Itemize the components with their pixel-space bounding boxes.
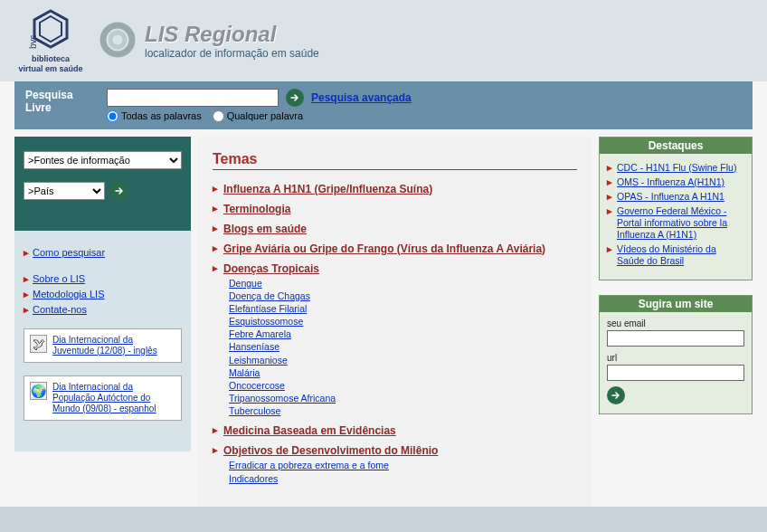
suggest-panel: Sugira um site seu email url (599, 295, 753, 414)
radio-any-word[interactable]: Qualquer palavra (213, 110, 303, 122)
url-label: url (607, 353, 617, 363)
sidebar-link-1[interactable]: Metodologia LIS (33, 289, 105, 299)
news-link-1[interactable]: Dia Internacional da População Autóctone… (52, 382, 175, 414)
caret-icon: ▸ (213, 223, 218, 235)
svg-text:bvs: bvs (29, 34, 38, 49)
bvs-text-1: biblioteca (32, 54, 70, 63)
caret-icon: ▸ (24, 247, 29, 259)
tema-item: ▸Doenças TropicaisDengueDoença de Chagas… (213, 262, 577, 418)
sources-select[interactable]: >Fontes de informação (24, 151, 182, 169)
caret-icon: ▸ (24, 273, 29, 285)
tema-sub-link-4-10[interactable]: Tuberculose (229, 404, 577, 417)
bvs-text-2: virtual em saúde (18, 64, 82, 73)
bvs-logo: bvs biblioteca virtual em saúde (14, 7, 87, 74)
tema-link-5[interactable]: Medicina Baseada em Evidências (223, 424, 396, 437)
radio-any-input[interactable] (213, 110, 224, 122)
country-select[interactable]: >País (24, 182, 105, 200)
news-box-1: 🌍Dia Internacional da População Autócton… (24, 375, 182, 421)
news-icon: 🌍 (30, 382, 47, 400)
email-label: seu email (607, 318, 646, 328)
caret-icon: ▸ (607, 205, 612, 217)
caret-icon: ▸ (213, 242, 218, 255)
highlight-link-2[interactable]: OPAS - Influenza A H1N1 (617, 191, 724, 203)
caret-icon: ▸ (24, 304, 29, 316)
news-box-0: 🕊Dia Internacional da Juventude (12/08) … (24, 328, 182, 363)
page-title: Temas (213, 151, 577, 170)
caret-icon: ▸ (607, 191, 612, 203)
tema-sub-link-4-3[interactable]: Esquistossomose (229, 315, 577, 328)
svg-point-4 (110, 33, 125, 47)
highlights-panel: Destaques ▸CDC - H1N1 Flu (Swine Flu)▸OM… (599, 137, 753, 280)
search-label-2: Livre (25, 101, 52, 114)
caret-icon: ▸ (213, 444, 218, 457)
right-column: Destaques ▸CDC - H1N1 Flu (Swine Flu)▸OM… (599, 137, 753, 507)
url-field[interactable] (607, 365, 744, 381)
tema-link-4[interactable]: Doenças Tropicais (223, 262, 319, 275)
sidebar-link-0[interactable]: Sobre o LIS (33, 273, 85, 284)
caret-icon: ▸ (213, 424, 218, 437)
lis-title: LIS Regional (145, 22, 319, 47)
svg-marker-1 (40, 16, 62, 42)
radio-all-words[interactable]: Todas as palavras (107, 110, 202, 122)
tema-sub-link-4-8[interactable]: Oncocercose (229, 379, 577, 392)
tema-link-2[interactable]: Blogs em saúde (223, 223, 307, 235)
radio-all-input[interactable] (107, 110, 118, 122)
sidebar: >Fontes de informação >País ▸ Como pesqu… (14, 137, 191, 507)
suggest-submit-button[interactable] (607, 386, 625, 404)
tema-link-1[interactable]: Terminologia (223, 203, 290, 215)
tema-sub-link-4-6[interactable]: Leishmaniose (229, 354, 577, 366)
tema-item: ▸Gripe Aviária ou Gripe do Frango (Vírus… (213, 242, 577, 255)
tema-sub-link-6-1[interactable]: Indicadores (229, 472, 577, 485)
tema-sub-link-4-5[interactable]: Hanseníase (229, 340, 577, 353)
highlights-title: Destaques (600, 138, 752, 154)
content: Temas ▸Influenza A H1N1 (Gripe/Influenza… (198, 137, 592, 507)
news-link-0[interactable]: Dia Internacional da Juventude (12/08) -… (52, 335, 175, 356)
caret-icon: ▸ (607, 176, 612, 188)
highlight-link-0[interactable]: CDC - H1N1 Flu (Swine Flu) (617, 162, 736, 174)
suggest-title: Sugira um site (600, 296, 752, 312)
sidebar-link-2[interactable]: Contate-nos (33, 304, 87, 315)
country-go-button[interactable] (110, 182, 128, 200)
caret-icon: ▸ (607, 162, 612, 174)
bvs-hex-icon: bvs (29, 7, 72, 51)
tema-sub-link-4-0[interactable]: Dengue (229, 277, 577, 290)
caret-icon: ▸ (24, 289, 29, 300)
tema-item: ▸Terminologia (213, 203, 577, 215)
how-to-search-link[interactable]: Como pesquisar (33, 247, 105, 258)
tema-sub-link-4-4[interactable]: Febre Amarela (229, 328, 577, 340)
search-go-button[interactable] (286, 89, 304, 107)
tema-sub-link-6-0[interactable]: Erradicar a pobreza extrema e a fome (229, 459, 577, 471)
lis-subtitle: localizador de informação em saúde (145, 47, 319, 60)
tema-link-6[interactable]: Objetivos de Desenvolvimento do Milênio (223, 444, 438, 457)
highlight-link-3[interactable]: Governo Federal México - Portal informat… (617, 205, 744, 241)
highlight-link-4[interactable]: Vídeos do Ministério da Saúde do Brasil (617, 243, 744, 267)
tema-sub-link-4-9[interactable]: Tripanossomose Africana (229, 392, 577, 404)
tema-sub-link-4-7[interactable]: Malária (229, 366, 577, 379)
search-bar: Pesquisa Livre Pesquisa avançada Todas a… (14, 81, 753, 129)
highlight-link-1[interactable]: OMS - Influenza A(H1N1) (617, 176, 724, 188)
header: bvs biblioteca virtual em saúde LIS Regi… (0, 0, 767, 81)
lis-logo-block: LIS Regional localizador de informação e… (98, 20, 319, 62)
tema-sub-link-4-1[interactable]: Doença de Chagas (229, 290, 577, 302)
tema-item: ▸Medicina Baseada em Evidências (213, 424, 577, 437)
tema-item: ▸Objetivos de Desenvolvimento do Milênio… (213, 444, 577, 484)
caret-icon: ▸ (213, 183, 218, 195)
search-label-1: Pesquisa (25, 89, 73, 101)
tema-link-0[interactable]: Influenza A H1N1 (Gripe/Influenza Suína) (223, 183, 432, 195)
swirl-icon (98, 20, 137, 62)
tema-sub-link-4-2[interactable]: Elefantíase Filarial (229, 302, 577, 315)
tema-item: ▸Blogs em saúde (213, 223, 577, 235)
caret-icon: ▸ (213, 203, 218, 215)
tema-item: ▸Influenza A H1N1 (Gripe/Influenza Suína… (213, 183, 577, 195)
svg-point-3 (103, 25, 132, 54)
caret-icon: ▸ (213, 262, 218, 275)
search-input[interactable] (107, 89, 279, 107)
caret-icon: ▸ (607, 243, 612, 255)
advanced-search-link[interactable]: Pesquisa avançada (311, 91, 412, 104)
news-icon: 🕊 (30, 335, 47, 353)
email-field[interactable] (607, 330, 744, 347)
tema-link-3[interactable]: Gripe Aviária ou Gripe do Frango (Vírus … (223, 242, 545, 255)
